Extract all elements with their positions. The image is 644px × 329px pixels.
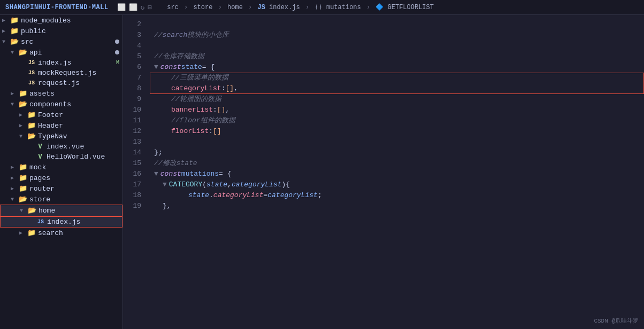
sidebar-item-home[interactable]: ▼ 📂 home xyxy=(0,205,122,216)
punct-token: ){ xyxy=(282,179,290,190)
sidebar-item-assets[interactable]: ▶ 📁 assets xyxy=(0,88,122,99)
breadcrumb-home: home xyxy=(227,4,243,11)
mockrequest-label: mockRequest.js xyxy=(36,69,122,77)
val-token: [] xyxy=(225,83,234,94)
sidebar-item-api-index[interactable]: JS index.js M xyxy=(0,58,122,68)
top-bar-icons: ⬜ ⬜ ↻ ⊟ xyxy=(117,3,152,12)
sidebar-item-node-modules[interactable]: ▶ 📁 node_modules xyxy=(0,15,122,26)
modified-dot xyxy=(115,40,119,44)
punct-token: }; xyxy=(154,147,163,158)
breadcrumb-src: src xyxy=(167,4,179,11)
comment-token: search xyxy=(163,30,188,41)
punct-token: : xyxy=(221,83,226,94)
func-token: CATEGORY xyxy=(169,179,202,190)
val-token: [] xyxy=(217,105,226,115)
js-icon: JS xyxy=(27,70,36,76)
punct-token: ( xyxy=(202,179,206,190)
comment-token: 组件的数据 xyxy=(201,115,235,126)
arrow-icon: ▶ xyxy=(2,28,10,34)
punct-token: . xyxy=(209,190,213,201)
comment-token: 仓库存储数据 xyxy=(163,51,204,62)
sidebar-item-mockrequest[interactable]: JS mockRequest.js xyxy=(0,68,122,78)
comment-token: floor xyxy=(180,115,201,126)
code-line-4 xyxy=(154,41,644,51)
prop-token: bannerList xyxy=(171,105,213,115)
var-token: state xyxy=(206,179,227,190)
pages-label: pages xyxy=(28,174,122,182)
sidebar-item-typenav[interactable]: ▼ 📂 TypeNav xyxy=(0,131,122,142)
comment-token: 修改 xyxy=(163,158,177,169)
punct-token: = { xyxy=(202,62,214,73)
sidebar-item-store-index[interactable]: JS index.js xyxy=(0,216,122,228)
sidebar-item-index-vue[interactable]: V index.vue xyxy=(0,142,122,152)
arrow-icon: ▶ xyxy=(19,230,27,236)
code-line-17: ▼ CATEGORY ( state , categoryList ){ xyxy=(154,179,644,190)
watermark: CSDN @爪哇斗罗 xyxy=(594,317,639,325)
header-label: Header xyxy=(36,122,122,130)
punct-token: , xyxy=(227,179,232,190)
sidebar-item-api[interactable]: ▼ 📂 api xyxy=(0,47,122,58)
code-line-12: floorList : [] xyxy=(154,126,644,137)
vue-icon: V xyxy=(35,143,45,151)
var-token: categoryList xyxy=(232,179,282,190)
punct-token: ; xyxy=(318,190,322,201)
comment-token: // xyxy=(154,30,163,41)
arrow-icon: ▼ xyxy=(11,197,18,202)
comment-token: 模块的小仓库 xyxy=(187,30,229,41)
comment-token: state xyxy=(177,158,197,169)
footer-label: Footer xyxy=(36,111,122,119)
sidebar-item-pages[interactable]: ▶ 📁 pages xyxy=(0,173,122,183)
refresh-icon[interactable]: ↻ xyxy=(141,3,145,12)
folder-icon: 📁 xyxy=(10,27,19,35)
sidebar-item-components[interactable]: ▼ 📂 components xyxy=(0,99,122,109)
new-folder-icon[interactable]: ⬜ xyxy=(129,3,137,12)
code-line-2 xyxy=(154,19,644,30)
collapse-icon[interactable]: ⊟ xyxy=(148,3,152,12)
comment-token: // xyxy=(171,94,180,105)
editor[interactable]: 2 3 4 5 6 7 8 9 10 11 12 13 14 15 16 17 … xyxy=(123,15,644,329)
breadcrumb-mutations: ⟨⟩ mutations xyxy=(315,4,361,11)
fold-arrow: ▼ xyxy=(163,179,167,190)
line-numbers: 2 3 4 5 6 7 8 9 10 11 12 13 14 15 16 17 … xyxy=(123,15,145,329)
code-line-6: ▼ const state = { xyxy=(154,62,644,73)
breadcrumb: src › store › home › JS index.js › ⟨⟩ mu… xyxy=(167,3,434,11)
code-line-19: }, xyxy=(154,201,644,212)
punct-token: = xyxy=(263,190,267,201)
sidebar[interactable]: ▶ 📁 node_modules ▶ 📁 public ▼ 📂 src ▼ 📂 … xyxy=(0,15,123,329)
comment-token: // xyxy=(154,158,163,169)
request-label: request.js xyxy=(36,79,122,87)
val-token: [] xyxy=(213,126,221,137)
sidebar-item-store[interactable]: ▼ 📂 store xyxy=(0,194,122,205)
sidebar-item-header[interactable]: ▶ 📁 Header xyxy=(0,120,122,131)
sidebar-item-router[interactable]: ▶ 📁 router xyxy=(0,183,122,194)
sidebar-item-footer[interactable]: ▶ 📁 Footer xyxy=(0,109,122,120)
code-line-10: bannerList : [] , xyxy=(154,105,644,115)
punct-token: : xyxy=(213,105,217,115)
prop-token: floorList xyxy=(171,126,209,137)
arrow-icon: ▶ xyxy=(11,90,18,97)
store-index-label: index.js xyxy=(45,218,122,226)
components-label: components xyxy=(28,100,122,108)
new-file-icon[interactable]: ⬜ xyxy=(117,3,126,12)
folder-open-icon: 📂 xyxy=(27,132,36,140)
sidebar-item-search[interactable]: ▶ 📁 search xyxy=(0,228,122,238)
folder-icon: 📁 xyxy=(27,229,36,237)
code-line-8: categoryList : [] , xyxy=(154,83,644,94)
folder-pkg-icon: 📁 xyxy=(18,163,28,171)
sidebar-item-request[interactable]: JS request.js xyxy=(0,78,122,88)
sidebar-item-public[interactable]: ▶ 📁 public xyxy=(0,26,122,36)
sidebar-item-helloworld[interactable]: V HelloWorld.vue xyxy=(0,152,122,162)
sidebar-item-mock[interactable]: ▶ 📁 mock xyxy=(0,162,122,173)
router-label: router xyxy=(28,185,122,193)
sidebar-item-src[interactable]: ▼ 📂 src xyxy=(0,36,122,47)
var-token: state xyxy=(188,190,209,201)
punct-token: , xyxy=(234,83,238,94)
arrow-icon: ▼ xyxy=(11,101,18,107)
js-icon: JS xyxy=(27,60,36,66)
breadcrumb-getfloorlist: 🔷 GETFLOORLIST xyxy=(375,4,434,11)
prop-token: categoryList xyxy=(213,190,264,201)
top-bar: SHANGPINHUI-FRONTEND-MALL ⬜ ⬜ ↻ ⊟ src › … xyxy=(0,0,644,15)
index-vue-label: index.vue xyxy=(45,143,122,151)
modified-dot xyxy=(115,50,119,54)
folder-icon: 📁 xyxy=(27,121,36,130)
